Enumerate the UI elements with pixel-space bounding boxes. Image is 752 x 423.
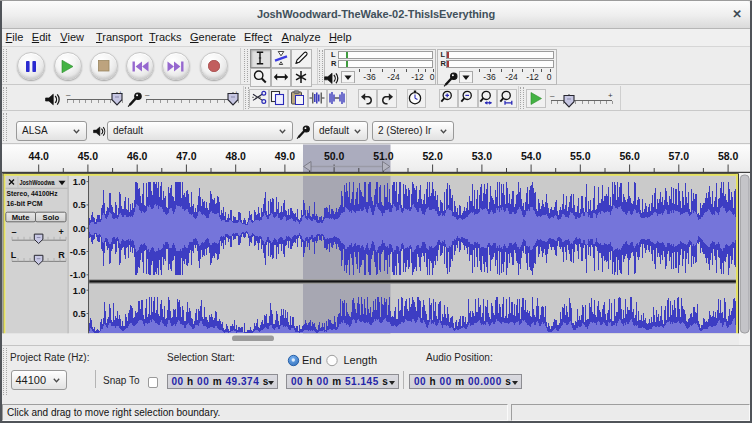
svg-text:R: R (58, 250, 65, 260)
svg-text:16-bit PCM: 16-bit PCM (7, 199, 43, 208)
svg-text:-0.5: -0.5 (70, 247, 86, 257)
svg-text:JoshWoodwa: JoshWoodwa (20, 178, 56, 187)
svg-text:0.5: 0.5 (73, 309, 86, 319)
svg-text:0.5: 0.5 (73, 200, 86, 210)
svg-text:–: – (12, 227, 17, 237)
svg-text:+: + (59, 227, 64, 237)
svg-text:0.0: 0.0 (73, 224, 86, 234)
svg-text:Mute: Mute (12, 213, 30, 222)
svg-text:1.0: 1.0 (73, 286, 86, 296)
svg-text:Solo: Solo (43, 213, 60, 222)
svg-text:-1.0: -1.0 (70, 270, 86, 280)
svg-text:Stereo, 44100Hz: Stereo, 44100Hz (7, 189, 58, 198)
svg-text:1.0: 1.0 (73, 177, 86, 187)
